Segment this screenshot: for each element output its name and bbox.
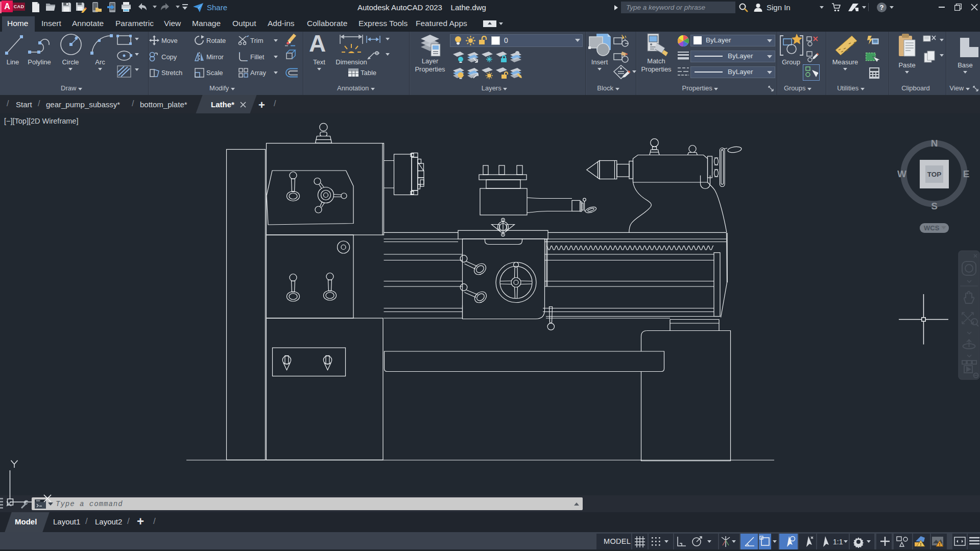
- svg-text:S: S: [931, 201, 938, 211]
- svg-text:E: E: [963, 169, 970, 179]
- svg-text:W: W: [897, 169, 906, 179]
- svg-text:N: N: [931, 138, 938, 149]
- svg-text:TOP: TOP: [927, 171, 942, 178]
- svg-text:!: !: [939, 542, 941, 547]
- svg-text:!: !: [920, 542, 922, 547]
